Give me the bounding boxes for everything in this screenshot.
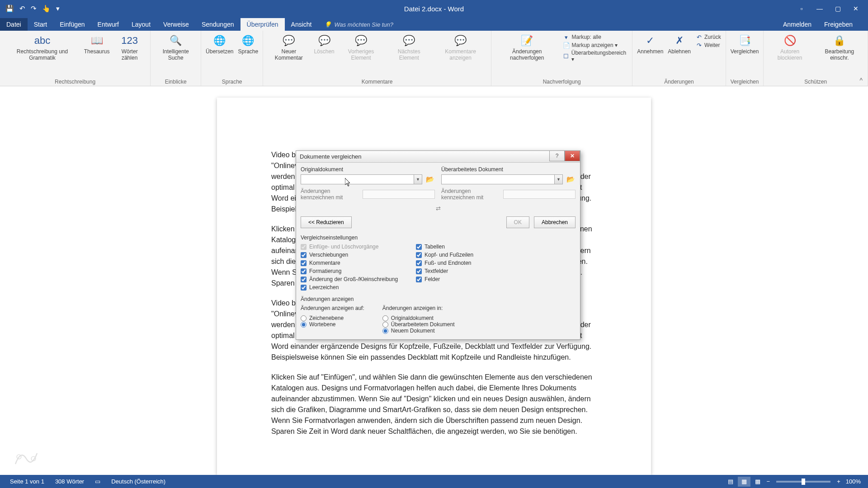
cancel-button[interactable]: Abbrechen bbox=[534, 216, 576, 228]
ribbon-button[interactable]: 🔒Bearbeitung einschr. bbox=[814, 33, 865, 62]
compare-option-checkbox[interactable]: Tabellen bbox=[416, 244, 473, 250]
undo-icon[interactable]: ↶ bbox=[19, 5, 25, 13]
tab-file[interactable]: Datei bbox=[0, 18, 28, 31]
paragraph[interactable]: Klicken Sie auf "Einfügen", und wählen S… bbox=[271, 372, 597, 437]
checkbox-input[interactable] bbox=[416, 260, 422, 266]
radio-input[interactable] bbox=[382, 315, 388, 321]
ribbon-button[interactable]: ✗Ablehnen bbox=[666, 33, 693, 56]
tab-ansicht[interactable]: Ansicht bbox=[285, 18, 318, 31]
ribbon-button[interactable]: abcRechtschreibung und Grammatik bbox=[3, 33, 82, 62]
ribbon-button[interactable]: 🔍Intelligente Suche bbox=[153, 33, 198, 62]
zoom-in-icon[interactable]: + bbox=[835, 478, 842, 485]
collapse-ribbon-icon[interactable]: ^ bbox=[859, 77, 863, 84]
radio-option[interactable]: Überarbeitetem Dokument bbox=[382, 321, 455, 328]
radio-input[interactable] bbox=[301, 315, 307, 321]
minimize-icon[interactable]: — bbox=[812, 3, 827, 14]
ribbon-button[interactable]: 📖Thesaurus bbox=[83, 33, 111, 56]
tab-verweise[interactable]: Verweise bbox=[157, 18, 195, 31]
ribbon-small-button[interactable]: ↷Weiter bbox=[695, 42, 721, 49]
tab-entwurf[interactable]: Entwurf bbox=[91, 18, 125, 31]
compare-option-checkbox[interactable]: Kopf- und Fußzeilen bbox=[416, 252, 473, 258]
redo-icon[interactable]: ↷ bbox=[31, 5, 37, 13]
qat-customize-icon[interactable]: ▾ bbox=[56, 5, 60, 13]
ribbon-small-button[interactable]: ▾Markup: alle bbox=[563, 33, 628, 41]
ribbon-button[interactable]: 📝Änderungen nachverfolgen bbox=[494, 33, 560, 62]
page-indicator[interactable]: Seite 1 von 1 bbox=[5, 478, 50, 485]
language-indicator[interactable]: Deutsch (Österreich) bbox=[106, 478, 171, 485]
dialog-titlebar[interactable]: Dokumente vergleichen ? ✕ bbox=[296, 151, 580, 163]
checkbox-label: Kopf- und Fußzeilen bbox=[425, 252, 473, 258]
checkbox-input[interactable] bbox=[416, 252, 422, 258]
ribbon-button[interactable]: 📑Vergleichen bbox=[729, 33, 761, 56]
web-layout-icon[interactable]: ▩ bbox=[751, 477, 764, 487]
sign-in-link[interactable]: Anmelden bbox=[777, 18, 818, 31]
compare-option-checkbox[interactable]: Formatierung bbox=[301, 268, 398, 274]
tab-ueberpruefen[interactable]: Überprüfen bbox=[241, 18, 285, 31]
print-layout-icon[interactable]: ▦ bbox=[738, 477, 750, 487]
tab-sendungen[interactable]: Sendungen bbox=[195, 18, 241, 31]
ribbon-button[interactable]: 💬Neuer Kommentar bbox=[266, 33, 311, 62]
tell-me-search[interactable]: 💡 Was möchten Sie tun? bbox=[318, 19, 400, 31]
chevron-down-icon[interactable]: ▼ bbox=[554, 175, 562, 184]
close-icon[interactable]: ✕ bbox=[848, 3, 863, 14]
dialog-help-button[interactable]: ? bbox=[549, 150, 565, 161]
dialog-close-button[interactable]: ✕ bbox=[565, 150, 580, 161]
radio-input[interactable] bbox=[382, 322, 388, 328]
zoom-slider[interactable] bbox=[776, 481, 830, 483]
zoom-thumb[interactable] bbox=[802, 479, 805, 485]
ribbon-button[interactable]: 🌐Sprache bbox=[236, 33, 260, 56]
ribbon-small-button[interactable]: 📄Markup anzeigen ▾ bbox=[563, 42, 628, 49]
radio-input[interactable] bbox=[382, 328, 388, 334]
ribbon-small-button[interactable]: ☐Überarbeitungsbereich ▾ bbox=[563, 50, 628, 62]
checkbox-input[interactable] bbox=[301, 260, 307, 266]
compare-option-checkbox[interactable]: Fuß- und Endnoten bbox=[416, 260, 473, 266]
radio-option[interactable]: Wortebene bbox=[301, 321, 364, 328]
zoom-out-icon[interactable]: − bbox=[765, 478, 772, 485]
compare-option-checkbox[interactable]: Leerzeichen bbox=[301, 284, 398, 291]
share-button[interactable]: Freigeben bbox=[818, 18, 859, 31]
ribbon-button[interactable]: ✓Annehmen bbox=[635, 33, 665, 56]
tab-einfuegen[interactable]: Einfügen bbox=[53, 18, 91, 31]
browse-revised-icon[interactable]: 📂 bbox=[566, 174, 576, 184]
save-icon[interactable]: 💾 bbox=[5, 5, 14, 13]
checkbox-input[interactable] bbox=[301, 252, 307, 258]
checkbox-input[interactable] bbox=[416, 277, 422, 282]
checkbox-input[interactable] bbox=[301, 285, 307, 291]
ribbon-button[interactable]: 🌐Übersetzen bbox=[204, 33, 235, 56]
word-count[interactable]: 308 Wörter bbox=[50, 478, 90, 485]
checkbox-label: Felder bbox=[425, 276, 440, 282]
original-document-input[interactable] bbox=[301, 175, 414, 184]
ribbon-button[interactable]: 123Wörter zählen bbox=[112, 33, 147, 62]
radio-input[interactable] bbox=[301, 322, 307, 328]
compare-option-checkbox[interactable]: Felder bbox=[416, 276, 473, 282]
touch-mode-icon[interactable]: 👆 bbox=[42, 5, 51, 13]
compare-option-checkbox[interactable]: Änderung der Groß-/Kleinschreibung bbox=[301, 276, 398, 282]
checkbox-input[interactable] bbox=[416, 268, 422, 274]
checkbox-input[interactable] bbox=[301, 277, 307, 282]
read-mode-icon[interactable]: ▤ bbox=[724, 477, 737, 487]
revised-document-input[interactable] bbox=[442, 175, 554, 184]
reduce-button[interactable]: << Reduzieren bbox=[301, 216, 352, 228]
maximize-icon[interactable]: ▢ bbox=[830, 3, 845, 14]
radio-option[interactable]: Zeichenebene bbox=[301, 315, 364, 321]
radio-option[interactable]: Originaldokument bbox=[382, 315, 455, 321]
ribbon-button-label: Rechtschreibung und Grammatik bbox=[5, 49, 80, 61]
original-document-combo[interactable]: ▼ bbox=[301, 174, 422, 184]
compare-option-checkbox[interactable]: Verschiebungen bbox=[301, 252, 398, 258]
tab-start[interactable]: Start bbox=[28, 18, 54, 31]
ribbon-display-options-icon[interactable]: ▫ bbox=[794, 3, 809, 14]
radio-option[interactable]: Neuem Dokument bbox=[382, 328, 455, 334]
checkbox-input[interactable] bbox=[416, 244, 422, 250]
swap-documents-icon[interactable]: ⇄ bbox=[301, 205, 576, 212]
compare-option-checkbox[interactable]: Kommentare bbox=[301, 260, 398, 266]
compare-option-checkbox[interactable]: Textfelder bbox=[416, 268, 473, 274]
chevron-down-icon[interactable]: ▼ bbox=[414, 175, 422, 184]
browse-original-icon[interactable]: 📂 bbox=[425, 174, 435, 184]
proofing-icon[interactable]: ▭ bbox=[90, 478, 106, 485]
zoom-level[interactable]: 100% bbox=[843, 478, 863, 485]
ribbon-small-button[interactable]: ↶Zurück bbox=[695, 33, 721, 41]
ribbon-button-label: Sprache bbox=[238, 49, 258, 55]
revised-document-combo[interactable]: ▼ bbox=[441, 174, 563, 184]
checkbox-input[interactable] bbox=[301, 268, 307, 274]
tab-layout[interactable]: Layout bbox=[125, 18, 157, 31]
